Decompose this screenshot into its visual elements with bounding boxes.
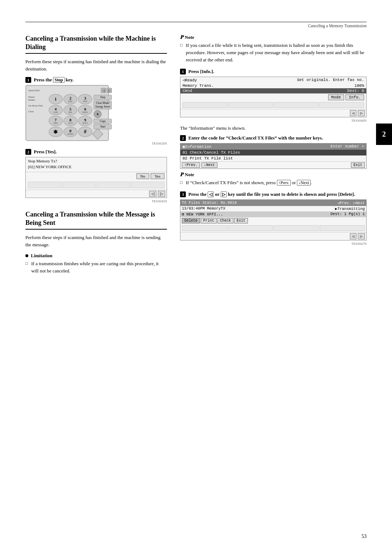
info-row2: 02 Print TX File list — [180, 155, 366, 161]
clear-label: Clear — [28, 110, 47, 113]
right-key: ▷ — [221, 191, 227, 197]
right-step3-num: 3 — [180, 191, 186, 197]
prev-key: ↑Prev. — [277, 180, 291, 186]
nav-right[interactable]: ▷ — [158, 191, 165, 197]
info-prev-btn[interactable]: ↑Prev. — [182, 162, 200, 168]
right-step1-num: 1 — [180, 69, 186, 74]
step1-text: Press the Stop key. — [34, 77, 74, 83]
next-key: ↓Next — [297, 180, 310, 186]
blank-btn12 — [320, 225, 365, 231]
tx-row1-left: 13/03:40PM MemoryTX — [182, 206, 225, 211]
info-screen: ▣Information Enter number ▪ 01 Check/Can… — [180, 143, 367, 169]
note1-title: 𝐏 Note — [180, 35, 367, 40]
screen-extra-buttons — [26, 180, 167, 190]
right-step2-text: Enter the code for “Check/Cancel TX File… — [188, 135, 323, 141]
screen-nav: ◁ ▷ — [26, 190, 167, 198]
info-next-btn[interactable]: ↓Next — [201, 162, 217, 168]
ready-left: ◁Ready — [183, 78, 197, 82]
note2-box: 𝐏 Note If “Check/Cancel TX Files” is not… — [180, 172, 367, 186]
info-header-left: ▣Information — [183, 144, 211, 149]
section1-step1-label: 1 Press the Stop key. — [25, 77, 167, 83]
key-5: 5JKL — [64, 105, 78, 115]
print-btn[interactable]: Print — [201, 218, 217, 223]
right-column: 𝐏 Note If you cancel a file while it is … — [180, 35, 367, 279]
nav-left[interactable]: ◁ — [149, 191, 156, 197]
ready-nav-right[interactable]: ▷ — [358, 110, 365, 116]
tx-nav-right[interactable]: ▷ — [358, 233, 365, 239]
yes-button[interactable]: Yes — [151, 173, 164, 179]
info-row1: 01 Check/Cancel TX Files — [180, 150, 366, 155]
mode-btn[interactable]: Mode — [328, 94, 344, 100]
tx-nav-left[interactable]: ◁ — [350, 233, 357, 239]
stop-btn: Stop — [94, 95, 112, 100]
tx-row2-right: Dest: 1 Pg(s) 1 — [330, 212, 365, 217]
ready-screen: ◁Ready Set originals. Enter fax no. Memo… — [180, 77, 367, 117]
key-6: 6MNO — [78, 105, 92, 115]
left-key: ◁ — [208, 191, 214, 197]
key-9: 9WXY — [78, 116, 92, 126]
tx-row1-right: ▶Transmitting — [335, 206, 365, 211]
limitation-item: If a transmission finishes while you are… — [25, 260, 167, 275]
pause-redial-label: Pause/Redial — [28, 96, 47, 101]
note-icon: 𝐏 — [180, 35, 183, 40]
section1-step2-label: 2 Press [Yes]. — [25, 149, 167, 155]
dest: Dest: 0 — [347, 89, 364, 93]
key-hash: # — [78, 127, 92, 137]
screen-office: [02] NEW YORK OFFICE — [28, 165, 164, 169]
right-step1-text: Press [Info.]. — [188, 69, 214, 74]
key-4: 4GHI — [49, 105, 63, 115]
exit-btn[interactable]: Exit — [234, 218, 248, 223]
check-btn[interactable]: Check — [217, 218, 233, 223]
memory-trans: Memory Trans. — [183, 84, 214, 88]
keypad-main: Pause/Redial On Hook Dial Clear 1 2ABC — [28, 94, 112, 138]
keypad-labels: Speed Dial — [28, 89, 40, 92]
ready-nav-left[interactable]: ◁ — [350, 110, 357, 116]
diagram1-label: TKSS026N — [25, 142, 167, 145]
blank-btn11 — [274, 225, 319, 231]
right-step2-label: 2 Enter the code for “Check/Cancel TX Fi… — [180, 135, 367, 141]
blank-btn2 — [62, 182, 96, 188]
key-star: ✱ — [49, 127, 63, 137]
note2-list: If “Check/Cancel TX Files” is not shown,… — [180, 179, 367, 186]
main-content: Canceling a Transmission while the Machi… — [25, 35, 367, 279]
right-step3-text: Press the ◁ or ▷ key until the file you … — [188, 191, 355, 197]
keypad-nav-arrows: ◁ ▷ — [101, 88, 112, 93]
note1-item1: If you cancel a file while it is being s… — [180, 42, 367, 64]
dial-btn: ● — [94, 110, 102, 118]
blank-btn1 — [28, 182, 62, 188]
arrow-left: ◁ — [101, 88, 106, 93]
tx-header-left: TX Files Status: No.0018 — [182, 201, 237, 205]
note2-icon: 𝐏 — [180, 172, 183, 178]
section1-body: Perform these steps if scanning has fini… — [25, 58, 167, 73]
ready-right: Set originals. Enter fax no. — [297, 78, 364, 82]
info-header-right: Enter number ▪ — [331, 144, 364, 149]
blank-btn10 — [228, 225, 273, 231]
tx-row2-left: ⊞ NEW YORK OFFI... — [182, 212, 223, 217]
info-exit-btn[interactable]: Exit — [351, 162, 365, 168]
limitation-box: Limitation If a transmission finishes wh… — [25, 253, 167, 275]
energy-saver-btn: Clear Mode/Energy Saver — [94, 101, 112, 109]
keypad-top: Speed Dial ◁ ▷ — [28, 88, 112, 93]
note2-title: 𝐏 Note — [180, 172, 367, 178]
no-button[interactable]: No — [136, 173, 149, 179]
top-rule — [25, 22, 367, 22]
tx-buttons: Delete Print Check Exit — [180, 217, 366, 224]
info-btn[interactable]: Info. — [346, 94, 364, 100]
stop-key: Stop — [53, 77, 64, 83]
blank-btn8 — [319, 102, 364, 108]
blank-btn4 — [131, 182, 165, 188]
tx-header: TX Files Status: No.0018 ◁Prev. ▷Next — [180, 200, 366, 206]
tx-row2: ⊞ NEW YORK OFFI... Dest: 1 Pg(s) 1 — [180, 211, 366, 217]
ready-nav: ◁ ▷ — [180, 109, 366, 117]
tx-nav: ◁ ▷ — [180, 232, 366, 240]
tx-row1: 13/03:40PM MemoryTX ▶Transmitting — [180, 206, 366, 211]
chapter-tab: 2 — [376, 124, 392, 145]
info-header: ▣Information Enter number ▪ — [180, 143, 366, 150]
num-grid: 1 2ABC 3DEF 4GHI 5JKL 6MNO 7PRS 8TUV — [49, 94, 92, 137]
info-text: The "Information" menu is shown. — [180, 125, 367, 132]
screen-title-text: Stop Memory Tx? — [28, 159, 164, 163]
ready-row2: Memory Trans. 100% — [180, 83, 366, 88]
delete-btn[interactable]: Delete — [182, 218, 200, 223]
keypad-diagram: Speed Dial ◁ ▷ Pause/Redial — [25, 85, 167, 145]
limitation-title: Limitation — [25, 253, 167, 259]
